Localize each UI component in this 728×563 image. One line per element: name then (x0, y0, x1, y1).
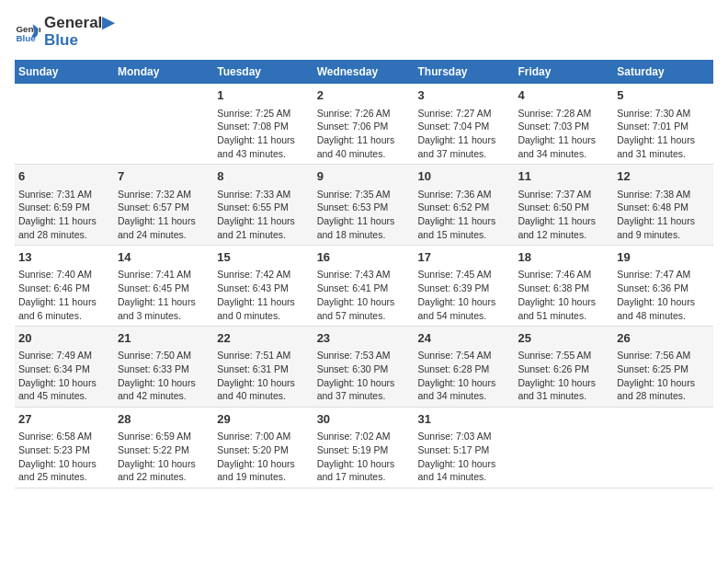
day-info: Sunrise: 7:02 AM Sunset: 5:19 PM Dayligh… (317, 430, 411, 484)
calendar-cell: 22Sunrise: 7:51 AM Sunset: 6:31 PM Dayli… (213, 327, 313, 408)
day-number: 1 (217, 87, 309, 104)
day-info: Sunrise: 7:38 AM Sunset: 6:48 PM Dayligh… (617, 188, 710, 242)
day-info: Sunrise: 7:53 AM Sunset: 6:30 PM Dayligh… (317, 349, 411, 403)
day-info: Sunrise: 7:47 AM Sunset: 6:36 PM Dayligh… (617, 268, 710, 322)
day-info: Sunrise: 7:35 AM Sunset: 6:53 PM Dayligh… (317, 188, 411, 242)
weekday-header-tuesday: Tuesday (213, 60, 313, 84)
day-info: Sunrise: 7:30 AM Sunset: 7:01 PM Dayligh… (617, 107, 710, 161)
calendar-cell: 2Sunrise: 7:26 AM Sunset: 7:06 PM Daylig… (313, 84, 415, 164)
day-number: 21 (118, 330, 210, 347)
day-number: 13 (18, 249, 110, 266)
day-number: 25 (518, 330, 609, 347)
weekday-header-sunday: Sunday (15, 60, 114, 84)
day-number: 23 (317, 330, 411, 347)
day-number: 8 (217, 168, 309, 185)
day-info: Sunrise: 7:36 AM Sunset: 6:52 PM Dayligh… (418, 188, 511, 242)
calendar-body: 1Sunrise: 7:25 AM Sunset: 7:08 PM Daylig… (15, 84, 713, 488)
calendar-cell: 29Sunrise: 7:00 AM Sunset: 5:20 PM Dayli… (213, 408, 313, 488)
weekday-header-friday: Friday (514, 60, 613, 84)
day-number: 4 (518, 87, 609, 104)
day-number: 19 (617, 249, 710, 266)
day-number: 28 (118, 411, 210, 428)
calendar-row-4: 27Sunrise: 6:58 AM Sunset: 5:23 PM Dayli… (15, 408, 713, 488)
day-info: Sunrise: 7:45 AM Sunset: 6:39 PM Dayligh… (418, 268, 511, 322)
calendar-row-2: 13Sunrise: 7:40 AM Sunset: 6:46 PM Dayli… (15, 246, 713, 327)
calendar-cell: 9Sunrise: 7:35 AM Sunset: 6:53 PM Daylig… (313, 165, 415, 246)
calendar-cell: 4Sunrise: 7:28 AM Sunset: 7:03 PM Daylig… (514, 84, 613, 164)
calendar-cell: 14Sunrise: 7:41 AM Sunset: 6:45 PM Dayli… (114, 246, 213, 327)
day-number: 29 (217, 411, 309, 428)
day-number: 2 (317, 87, 411, 104)
day-info: Sunrise: 7:43 AM Sunset: 6:41 PM Dayligh… (317, 268, 411, 322)
day-number: 27 (18, 411, 110, 428)
calendar-cell: 20Sunrise: 7:49 AM Sunset: 6:34 PM Dayli… (15, 327, 114, 408)
calendar-cell: 17Sunrise: 7:45 AM Sunset: 6:39 PM Dayli… (415, 246, 515, 327)
calendar-cell: 30Sunrise: 7:02 AM Sunset: 5:19 PM Dayli… (313, 408, 415, 488)
calendar-cell (613, 408, 713, 488)
calendar-cell: 19Sunrise: 7:47 AM Sunset: 6:36 PM Dayli… (613, 246, 713, 327)
day-number: 17 (418, 249, 511, 266)
logo-icon: General Blue (15, 19, 40, 45)
calendar-cell: 10Sunrise: 7:36 AM Sunset: 6:52 PM Dayli… (415, 165, 515, 246)
calendar-cell: 8Sunrise: 7:33 AM Sunset: 6:55 PM Daylig… (213, 165, 313, 246)
calendar-cell (15, 84, 114, 164)
day-info: Sunrise: 7:31 AM Sunset: 6:59 PM Dayligh… (18, 188, 110, 242)
calendar-row-0: 1Sunrise: 7:25 AM Sunset: 7:08 PM Daylig… (15, 84, 713, 164)
calendar-cell: 1Sunrise: 7:25 AM Sunset: 7:08 PM Daylig… (213, 84, 313, 164)
calendar-cell: 5Sunrise: 7:30 AM Sunset: 7:01 PM Daylig… (613, 84, 713, 164)
day-number: 16 (317, 249, 411, 266)
day-info: Sunrise: 7:55 AM Sunset: 6:26 PM Dayligh… (518, 349, 609, 403)
weekday-header-row: SundayMondayTuesdayWednesdayThursdayFrid… (15, 60, 713, 84)
day-info: Sunrise: 7:56 AM Sunset: 6:25 PM Dayligh… (617, 349, 710, 403)
day-info: Sunrise: 7:37 AM Sunset: 6:50 PM Dayligh… (518, 188, 609, 242)
day-number: 22 (217, 330, 309, 347)
day-info: Sunrise: 7:41 AM Sunset: 6:45 PM Dayligh… (118, 268, 210, 322)
day-number: 20 (18, 330, 110, 347)
calendar-cell (114, 84, 213, 164)
day-info: Sunrise: 7:46 AM Sunset: 6:38 PM Dayligh… (518, 268, 609, 322)
day-info: Sunrise: 7:03 AM Sunset: 5:17 PM Dayligh… (418, 430, 511, 484)
day-number: 11 (518, 168, 609, 185)
day-info: Sunrise: 7:28 AM Sunset: 7:03 PM Dayligh… (518, 107, 609, 161)
day-number: 26 (617, 330, 710, 347)
logo-blue-text: Blue (44, 32, 114, 50)
calendar-cell: 25Sunrise: 7:55 AM Sunset: 6:26 PM Dayli… (514, 327, 613, 408)
calendar-cell: 21Sunrise: 7:50 AM Sunset: 6:33 PM Dayli… (114, 327, 213, 408)
calendar-cell: 28Sunrise: 6:59 AM Sunset: 5:22 PM Dayli… (114, 408, 213, 488)
day-info: Sunrise: 6:59 AM Sunset: 5:22 PM Dayligh… (118, 430, 210, 484)
day-info: Sunrise: 7:00 AM Sunset: 5:20 PM Dayligh… (217, 430, 309, 484)
logo: General Blue General▶ Blue (15, 15, 114, 49)
day-info: Sunrise: 7:33 AM Sunset: 6:55 PM Dayligh… (217, 188, 309, 242)
day-info: Sunrise: 7:49 AM Sunset: 6:34 PM Dayligh… (18, 349, 110, 403)
day-number: 6 (18, 168, 110, 185)
calendar-row-3: 20Sunrise: 7:49 AM Sunset: 6:34 PM Dayli… (15, 327, 713, 408)
day-info: Sunrise: 7:40 AM Sunset: 6:46 PM Dayligh… (18, 268, 110, 322)
day-number: 24 (418, 330, 511, 347)
day-info: Sunrise: 7:50 AM Sunset: 6:33 PM Dayligh… (118, 349, 210, 403)
calendar-cell: 7Sunrise: 7:32 AM Sunset: 6:57 PM Daylig… (114, 165, 213, 246)
weekday-header-saturday: Saturday (613, 60, 713, 84)
svg-text:Blue: Blue (16, 32, 36, 42)
calendar-cell: 3Sunrise: 7:27 AM Sunset: 7:04 PM Daylig… (415, 84, 515, 164)
day-number: 7 (118, 168, 210, 185)
day-number: 31 (418, 411, 511, 428)
weekday-header-thursday: Thursday (415, 60, 515, 84)
calendar-cell: 16Sunrise: 7:43 AM Sunset: 6:41 PM Dayli… (313, 246, 415, 327)
calendar-cell: 11Sunrise: 7:37 AM Sunset: 6:50 PM Dayli… (514, 165, 613, 246)
calendar-cell: 6Sunrise: 7:31 AM Sunset: 6:59 PM Daylig… (15, 165, 114, 246)
page-header: General Blue General▶ Blue (15, 15, 713, 49)
calendar-table: SundayMondayTuesdayWednesdayThursdayFrid… (15, 60, 713, 488)
calendar-cell: 26Sunrise: 7:56 AM Sunset: 6:25 PM Dayli… (613, 327, 713, 408)
weekday-header-wednesday: Wednesday (313, 60, 415, 84)
calendar-row-1: 6Sunrise: 7:31 AM Sunset: 6:59 PM Daylig… (15, 165, 713, 246)
day-info: Sunrise: 7:25 AM Sunset: 7:08 PM Dayligh… (217, 107, 309, 161)
day-info: Sunrise: 7:27 AM Sunset: 7:04 PM Dayligh… (418, 107, 511, 161)
day-number: 15 (217, 249, 309, 266)
day-number: 10 (418, 168, 511, 185)
day-number: 12 (617, 168, 710, 185)
day-number: 3 (418, 87, 511, 104)
calendar-cell: 18Sunrise: 7:46 AM Sunset: 6:38 PM Dayli… (514, 246, 613, 327)
day-info: Sunrise: 6:58 AM Sunset: 5:23 PM Dayligh… (18, 430, 110, 484)
day-info: Sunrise: 7:54 AM Sunset: 6:28 PM Dayligh… (418, 349, 511, 403)
calendar-cell: 27Sunrise: 6:58 AM Sunset: 5:23 PM Dayli… (15, 408, 114, 488)
